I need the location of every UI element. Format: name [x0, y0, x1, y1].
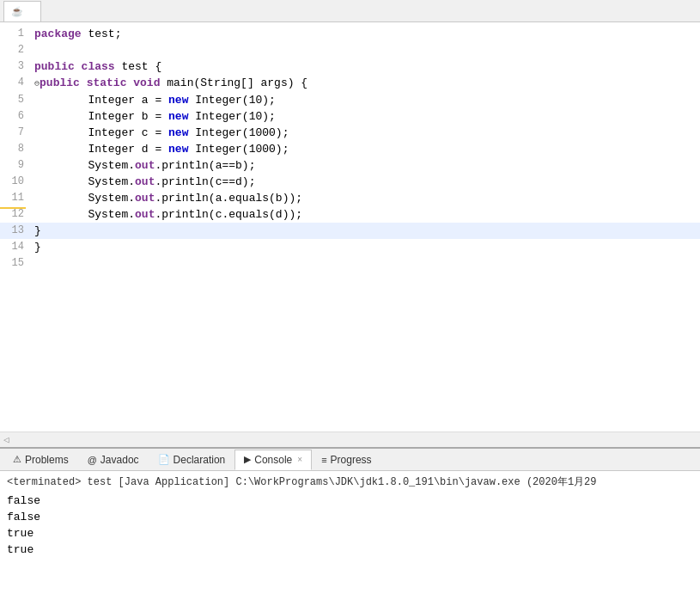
line-content: System.out.println(a.equals(b)); [34, 190, 700, 206]
line-number: 15 [0, 255, 34, 272]
code-token: new [168, 143, 195, 156]
console-output: falsefalsetruetrue [7, 493, 693, 558]
code-token: test { [121, 60, 161, 73]
editor-area: 1package test;2 3public class test {4⊖pu… [0, 22, 700, 432]
console-tab-close[interactable]: × [297, 455, 302, 464]
code-line-7: 7 Integer c = new Integer(1000); [0, 125, 700, 141]
line-number: 2 [0, 42, 34, 58]
horizontal-scrollbar[interactable]: ◁ [0, 432, 700, 447]
console-output-line: true [7, 525, 693, 542]
line-number: 1 [0, 26, 34, 42]
line-content: Integer a = new Integer(10); [34, 92, 700, 108]
code-token: class [82, 60, 122, 73]
line-content: } [34, 223, 700, 239]
code-token: Integer(10); [195, 94, 276, 107]
code-token: static [87, 77, 134, 89]
javadoc-tab-icon: @ [88, 455, 97, 465]
progress-tab-label: Progress [331, 454, 372, 466]
code-line-10: 10 System.out.println(c==d); [0, 174, 700, 190]
code-token: new [168, 94, 195, 107]
progress-tab-icon: ≡ [321, 455, 326, 465]
line-content [34, 255, 700, 272]
code-token: test; [88, 28, 121, 40]
console-content: <terminated> test [Java Application] C:\… [0, 471, 700, 606]
code-token: Integer b = [34, 110, 168, 123]
line-number: 5 [0, 92, 34, 108]
line-number: 10 [0, 174, 34, 190]
code-line-15: 15 [0, 255, 700, 272]
java-file-icon: ☕ [11, 6, 23, 17]
code-token: .println(c==d); [155, 175, 255, 188]
bottom-tab-problems[interactable]: ⚠Problems [3, 450, 78, 470]
line-number: 14 [0, 239, 34, 255]
code-token: (String[] args) { [193, 77, 307, 89]
line-content: Integer d = new Integer(1000); [34, 141, 700, 157]
code-line-1: 1package test; [0, 26, 700, 42]
code-token: out [135, 192, 155, 205]
line-number: 9 [0, 157, 34, 174]
bottom-panel: ⚠Problems@Javadoc📄Declaration▶Console×≡P… [0, 447, 700, 606]
editor-tab-bar: ☕ [0, 0, 700, 22]
code-token: Integer d = [34, 143, 168, 156]
code-token: } [34, 224, 41, 237]
line-content: System.out.println(c==d); [34, 174, 700, 190]
line-content: ⊖public static void main(String[] args) … [34, 75, 700, 92]
problems-tab-label: Problems [25, 454, 69, 466]
line-number: 13 [0, 223, 34, 239]
console-tab-label: Console [254, 454, 292, 466]
code-token: new [168, 110, 195, 123]
code-token: } [34, 241, 41, 254]
line-content: System.out.println(a==b); [34, 157, 700, 174]
problems-tab-icon: ⚠ [13, 454, 21, 465]
code-token: void [133, 77, 167, 89]
code-token: public [34, 60, 82, 73]
line-number: 7 [0, 125, 34, 141]
code-token: Integer a = [34, 94, 168, 107]
declaration-tab-icon: 📄 [158, 454, 170, 465]
bottom-tab-javadoc[interactable]: @Javadoc [78, 450, 149, 470]
code-token: out [135, 208, 155, 221]
code-token: Integer(1000); [195, 143, 289, 156]
code-line-14: 14} [0, 239, 700, 255]
bottom-tab-declaration[interactable]: 📄Declaration [149, 450, 235, 470]
line-content: System.out.println(c.equals(d)); [34, 206, 700, 223]
code-token: new [168, 126, 195, 139]
code-token: .println(c.equals(d)); [155, 208, 302, 221]
code-token: Integer(10); [195, 110, 276, 123]
code-token: .println(a==b); [155, 159, 255, 172]
line-number: 11 [0, 190, 34, 206]
line-content: package test; [34, 26, 700, 42]
line-number: 8 [0, 141, 34, 157]
code-editor[interactable]: 1package test;2 3public class test {4⊖pu… [0, 22, 700, 432]
code-token: out [135, 175, 155, 188]
console-tab-icon: ▶ [244, 454, 251, 465]
code-line-11: 11 System.out.println(a.equals(b)); [0, 190, 700, 206]
javadoc-tab-label: Javadoc [100, 454, 139, 466]
code-token: System. [34, 208, 135, 221]
bottom-tab-bar: ⚠Problems@Javadoc📄Declaration▶Console×≡P… [0, 449, 700, 471]
code-token: Integer(1000); [195, 126, 289, 139]
code-token: out [135, 159, 155, 172]
line-content: Integer b = new Integer(10); [34, 108, 700, 125]
file-tab[interactable]: ☕ [3, 1, 41, 21]
code-line-2: 2 [0, 42, 700, 58]
code-token: .println(a.equals(b)); [155, 192, 302, 205]
code-token: System. [34, 192, 135, 205]
code-token: package [34, 28, 88, 40]
code-token: System. [34, 175, 135, 188]
code-token: main [167, 77, 193, 89]
code-line-5: 5 Integer a = new Integer(10); [0, 92, 700, 108]
code-line-9: 9 System.out.println(a==b); [0, 157, 700, 174]
bottom-tab-console[interactable]: ▶Console× [234, 450, 312, 470]
code-line-6: 6 Integer b = new Integer(10); [0, 108, 700, 125]
console-output-line: false [7, 493, 693, 509]
code-line-3: 3public class test { [0, 58, 700, 75]
console-output-line: false [7, 509, 693, 525]
line-content: } [34, 239, 700, 255]
code-token: System. [34, 159, 135, 172]
line-number: 3 [0, 58, 34, 75]
code-token: Integer c = [34, 126, 168, 139]
code-line-8: 8 Integer d = new Integer(1000); [0, 141, 700, 157]
zhar-annotation [0, 207, 26, 209]
bottom-tab-progress[interactable]: ≡Progress [312, 450, 380, 470]
